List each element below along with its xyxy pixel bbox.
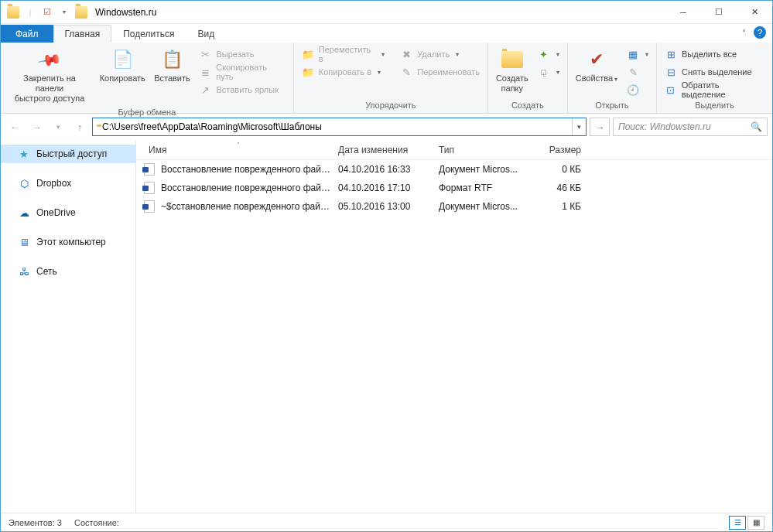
col-date[interactable]: Дата изменения — [332, 145, 433, 155]
help-icon[interactable]: ? — [754, 26, 766, 39]
shortcut-icon: ↗ — [199, 84, 211, 96]
paste-button[interactable]: 📋 Вставить — [151, 46, 193, 106]
copy-button[interactable]: 📄 Копировать — [97, 46, 148, 106]
paste-shortcut-button[interactable]: ↗Вставить ярлык — [196, 81, 288, 98]
col-size[interactable]: Размер — [525, 145, 587, 155]
cut-button[interactable]: ✂Вырезать — [196, 46, 288, 63]
nav-dropbox[interactable]: ⬡Dropbox — [1, 174, 135, 193]
select-none-button[interactable]: ⊟Снять выделение — [662, 63, 768, 80]
collapse-ribbon-icon[interactable]: ˄ — [742, 29, 746, 37]
new-item-icon: ✦ — [538, 48, 550, 60]
address-row: ← → ▾ ↑ ▾ → 🔍 — [1, 114, 772, 140]
go-button[interactable]: → — [590, 118, 610, 136]
paste-icon: 📋 — [159, 47, 184, 72]
pin-icon: 📌 — [36, 46, 63, 73]
window-controls: ─ ☐ ✕ — [665, 1, 772, 24]
file-type: Документ Micros... — [433, 201, 525, 212]
qat-check-icon[interactable]: ☑ — [41, 6, 53, 19]
pc-icon: 🖥 — [18, 236, 30, 248]
open-button[interactable]: ▦▾ — [624, 46, 652, 63]
up-button[interactable]: ↑ — [70, 118, 89, 136]
edit-button[interactable]: ✎ — [624, 63, 652, 80]
file-date: 05.10.2016 13:00 — [332, 201, 433, 212]
pin-button[interactable]: 📌 Закрепить на панели быстрого доступа — [5, 46, 94, 106]
address-input[interactable] — [99, 120, 572, 134]
history-icon: 🕘 — [627, 84, 639, 96]
chevron-down-icon: ▾ — [381, 51, 385, 58]
properties-button[interactable]: ✔ Свойства▾ — [573, 46, 621, 99]
invert-selection-button[interactable]: ⊡Обратить выделение — [662, 81, 768, 98]
ribbon: 📌 Закрепить на панели быстрого доступа 📄… — [1, 43, 772, 114]
new-folder-button[interactable]: Создать папку — [493, 46, 532, 99]
file-name: ~$сстановление поврежденного файл... — [161, 201, 332, 212]
search-input[interactable] — [618, 121, 751, 132]
nav-quick-access[interactable]: ★Быстрый доступ — [1, 145, 135, 163]
rename-button[interactable]: ✎Переименовать — [397, 63, 483, 80]
sort-arrow-icon: ˄ — [237, 142, 240, 148]
file-size: 0 КБ — [525, 164, 587, 175]
status-count: Элементов: 3 — [9, 518, 62, 527]
group-clipboard-label: Буфер обмена — [5, 106, 289, 118]
maximize-button[interactable]: ☐ — [701, 1, 737, 24]
file-row[interactable]: Восстановление поврежденного файл... 04.… — [136, 179, 772, 197]
recent-button[interactable]: ▾ — [49, 118, 67, 136]
file-type: Документ Micros... — [433, 164, 525, 175]
nav-onedrive[interactable]: ☁OneDrive — [1, 203, 135, 222]
column-headers: ˄ Имя Дата изменения Тип Размер — [136, 140, 772, 160]
copy-path-button[interactable]: ≣Скопировать путь — [196, 63, 288, 80]
properties-icon: ✔ — [584, 47, 609, 72]
address-dropdown[interactable]: ▾ — [572, 118, 586, 135]
status-bar: Элементов: 3 Состояние: ☰ ▦ — [1, 513, 772, 531]
rename-icon: ✎ — [400, 66, 412, 78]
select-none-icon: ⊟ — [665, 66, 677, 78]
back-button[interactable]: ← — [5, 118, 24, 136]
new-item-button[interactable]: ✦▾ — [535, 46, 563, 63]
group-open-label: Открыть — [573, 99, 652, 111]
file-size: 46 КБ — [525, 182, 587, 193]
move-to-button[interactable]: 📁Переместить в▾ — [299, 46, 388, 63]
group-organize-label: Упорядочить — [299, 99, 483, 111]
tab-share[interactable]: Поделиться — [111, 25, 186, 43]
copy-to-button[interactable]: 📁Копировать в▾ — [299, 63, 388, 80]
content: ★Быстрый доступ ⬡Dropbox ☁OneDrive 🖥Этот… — [1, 140, 772, 513]
edit-icon: ✎ — [627, 66, 639, 78]
file-name: Восстановление поврежденного файл... — [161, 164, 332, 175]
select-all-button[interactable]: ⊞Выделить все — [662, 46, 768, 63]
qat: | ☑ ▾ — [1, 6, 87, 19]
forward-button[interactable]: → — [27, 118, 46, 136]
nav-network[interactable]: 🖧Сеть — [1, 262, 135, 281]
titlebar: | ☑ ▾ Windowsten.ru ─ ☐ ✕ — [1, 1, 772, 24]
delete-button[interactable]: ✖Удалить▾ — [397, 46, 483, 63]
minimize-button[interactable]: ─ — [665, 1, 701, 24]
file-row[interactable]: Восстановление поврежденного файл... 04.… — [136, 160, 772, 179]
col-type[interactable]: Тип — [433, 145, 525, 155]
history-button[interactable]: 🕘 — [624, 81, 652, 98]
qat-divider: | — [24, 6, 36, 19]
view-details-button[interactable]: ☰ — [729, 516, 746, 530]
nav-this-pc[interactable]: 🖥Этот компьютер — [1, 233, 135, 251]
file-row[interactable]: ~$сстановление поврежденного файл... 05.… — [136, 197, 772, 216]
scissors-icon: ✂ — [199, 48, 211, 60]
address-bar[interactable]: ▾ — [92, 118, 587, 136]
word-file-icon — [142, 181, 156, 195]
tab-file[interactable]: Файл — [1, 25, 53, 43]
tab-view[interactable]: Вид — [186, 25, 226, 43]
cloud-icon: ☁ — [18, 206, 30, 219]
word-file-icon — [142, 200, 156, 213]
close-button[interactable]: ✕ — [737, 1, 772, 24]
open-icon: ▦ — [627, 48, 639, 60]
tab-home[interactable]: Главная — [53, 25, 112, 43]
ribbon-tabs: Файл Главная Поделиться Вид ˄ ? — [1, 24, 772, 43]
path-icon: ≣ — [199, 66, 211, 78]
new-folder-icon — [500, 47, 525, 72]
search-box[interactable]: 🔍 — [613, 118, 768, 136]
chevron-down-icon: ▾ — [614, 76, 617, 83]
file-type: Формат RTF — [433, 182, 525, 193]
view-icons-button[interactable]: ▦ — [747, 516, 764, 530]
search-icon[interactable]: 🔍 — [751, 121, 762, 132]
file-name: Восстановление поврежденного файл... — [161, 182, 332, 193]
copyto-icon: 📁 — [302, 66, 314, 78]
easy-access-button[interactable]: ⚼▾ — [535, 63, 563, 80]
qat-dropdown-icon[interactable]: ▾ — [58, 6, 70, 19]
select-all-icon: ⊞ — [665, 48, 677, 60]
